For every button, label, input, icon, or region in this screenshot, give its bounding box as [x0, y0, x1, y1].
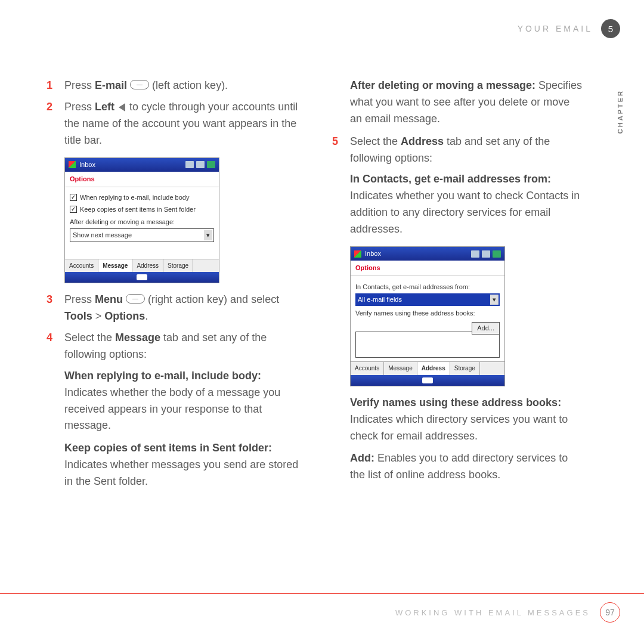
- page-header: YOUR EMAIL 5: [518, 19, 620, 38]
- step-text: Press E-mail — (left action key).: [64, 78, 299, 94]
- chapter-side-label: CHAPTER: [617, 89, 624, 134]
- step-2: 2 Press Left to cycle through your accou…: [47, 99, 299, 149]
- tab-accounts[interactable]: Accounts: [65, 259, 98, 273]
- keyboard-icon[interactable]: [422, 377, 433, 383]
- option-include-body: When replying to e-mail, include body: I…: [64, 368, 299, 435]
- step-3: 3 Press Menu — (right action key) and se…: [47, 292, 299, 325]
- options-heading: Options: [351, 261, 504, 276]
- signal-icon: [185, 161, 194, 168]
- step-number: 4: [47, 330, 56, 363]
- page-footer: WORKING WITH EMAIL MESSAGES 97: [0, 593, 644, 623]
- title-text: Inbox: [365, 249, 381, 259]
- antenna-icon: [482, 250, 490, 258]
- option-after-delete: After deleting or moving a message: Spec…: [350, 78, 584, 128]
- tab-message[interactable]: Message: [98, 259, 132, 273]
- option-contacts-from: In Contacts, get e-mail addresses from: …: [350, 171, 584, 238]
- step-text: Select the Address tab and set any of th…: [350, 134, 584, 167]
- softkey-icon: —: [130, 80, 149, 89]
- tab-bar: Accounts Message Address Storage: [351, 361, 504, 375]
- checkbox-keep-sent[interactable]: Keep copies of sent items in Sent folder: [70, 205, 214, 215]
- step-text: Press Menu — (right action key) and sele…: [64, 292, 299, 325]
- softkey-icon: —: [126, 294, 145, 304]
- tab-address[interactable]: Address: [132, 259, 163, 273]
- title-text: Inbox: [79, 160, 95, 170]
- contacts-from-select[interactable]: All e-mail fields▾: [355, 293, 500, 306]
- step-1: 1 Press E-mail — (left action key).: [47, 78, 299, 94]
- keyboard-icon[interactable]: [137, 274, 147, 280]
- step-4: 4 Select the Message tab and set any of …: [47, 330, 299, 363]
- sip-bar: [351, 375, 504, 386]
- ok-icon: [493, 250, 501, 258]
- step-number: 3: [47, 292, 56, 325]
- checkbox-include-body[interactable]: When replying to e-mail, include body: [70, 193, 214, 203]
- left-column: 1 Press E-mail — (left action key). 2 Pr…: [47, 78, 299, 496]
- chevron-down-icon: ▾: [204, 230, 212, 240]
- screenshot-message-options: Inbox Options When replying to e-mail, i…: [64, 157, 219, 284]
- section-label: YOUR EMAIL: [518, 24, 593, 33]
- left-arrow-icon: [119, 103, 125, 112]
- checkbox-icon: [70, 194, 77, 201]
- signal-icon: [471, 250, 479, 258]
- after-delete-label: After deleting or moving a message:: [70, 217, 214, 227]
- option-add: Add: Enables you to add directory servic…: [350, 450, 584, 484]
- right-column: After deleting or moving a message: Spec…: [332, 78, 584, 496]
- ok-icon: [207, 161, 215, 168]
- verify-books-label: Verify names using these address books:: [355, 308, 500, 318]
- antenna-icon: [196, 161, 205, 168]
- sip-bar: [65, 272, 219, 283]
- step-text: Select the Message tab and set any of th…: [64, 330, 299, 363]
- chevron-down-icon: ▾: [490, 295, 499, 305]
- start-icon: [69, 161, 76, 168]
- tab-accounts[interactable]: Accounts: [351, 362, 384, 375]
- tab-storage[interactable]: Storage: [163, 259, 193, 273]
- page-number-badge: 97: [600, 602, 620, 623]
- step-number: 2: [47, 99, 56, 149]
- checkbox-icon: [70, 206, 77, 213]
- step-5: 5 Select the Address tab and set any of …: [332, 134, 584, 167]
- option-keep-sent: Keep copies of sent items in Sent folder…: [64, 440, 299, 490]
- option-verify-books: Verify names using these address books: …: [350, 395, 584, 445]
- step-text: Press Left to cycle through your account…: [64, 99, 299, 149]
- tab-storage[interactable]: Storage: [450, 362, 480, 375]
- address-books-list[interactable]: [355, 332, 500, 358]
- tab-message[interactable]: Message: [384, 362, 417, 375]
- chapter-number-badge: 5: [601, 19, 620, 38]
- tab-address[interactable]: Address: [417, 362, 450, 375]
- add-button[interactable]: Add...: [472, 322, 500, 335]
- options-heading: Options: [65, 172, 219, 187]
- contacts-from-label: In Contacts, get e-mail addresses from:: [355, 282, 500, 292]
- step-number: 1: [47, 78, 56, 94]
- footer-section-label: WORKING WITH EMAIL MESSAGES: [395, 608, 590, 617]
- screenshot-address-options: Inbox Options In Contacts, get e-mail ad…: [350, 246, 505, 386]
- titlebar: Inbox: [351, 247, 504, 261]
- tab-bar: Accounts Message Address Storage: [65, 259, 219, 273]
- titlebar: Inbox: [65, 158, 219, 172]
- after-delete-select[interactable]: Show next message▾: [70, 228, 214, 242]
- start-icon: [354, 250, 361, 258]
- step-number: 5: [332, 134, 342, 167]
